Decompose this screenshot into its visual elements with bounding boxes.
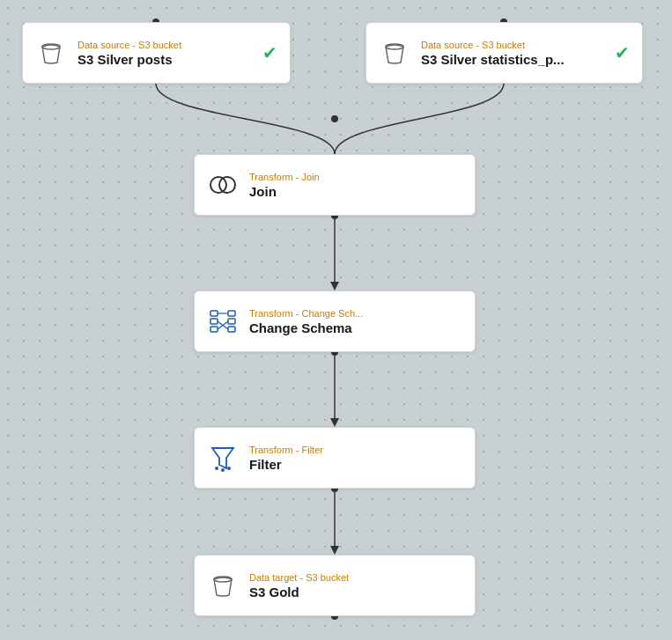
svg-point-29 [227, 467, 231, 470]
source2-node[interactable]: Data source - S3 bucket S3 Silver statis… [366, 22, 643, 84]
join-text: Transform - Join Join [249, 172, 320, 199]
svg-marker-6 [330, 418, 339, 427]
source2-label: Data source - S3 bucket [421, 40, 565, 50]
svg-point-27 [215, 467, 218, 470]
change-schema-title: Change Schema [249, 320, 363, 335]
source2-title: S3 Silver statistics_p... [421, 52, 565, 67]
svg-rect-21 [228, 319, 235, 324]
svg-point-0 [331, 115, 338, 122]
target-text: Data target - S3 bucket S3 Gold [249, 572, 349, 600]
svg-rect-19 [210, 327, 218, 332]
svg-rect-17 [210, 311, 218, 316]
svg-rect-22 [228, 327, 235, 332]
join-title: Join [249, 184, 320, 199]
source2-check: ✔ [615, 42, 630, 63]
change-schema-text: Transform - Change Sch... Change Schema [249, 308, 363, 335]
source1-title: S3 Silver posts [78, 52, 181, 67]
svg-marker-26 [212, 448, 233, 468]
source2-text: Data source - S3 bucket S3 Silver statis… [421, 40, 565, 67]
svg-marker-9 [330, 546, 339, 555]
target-label: Data target - S3 bucket [249, 572, 349, 583]
filter-icon [207, 442, 239, 474]
svg-rect-20 [228, 311, 235, 316]
source1-text: Data source - S3 bucket S3 Silver posts [78, 40, 181, 67]
svg-marker-2 [330, 282, 339, 291]
bucket-icon-2 [379, 37, 410, 69]
join-label: Transform - Join [249, 172, 320, 182]
join-icon [207, 169, 239, 201]
filter-title: Filter [249, 457, 323, 472]
svg-point-28 [221, 468, 225, 472]
target-title: S3 Gold [249, 585, 349, 600]
change-schema-label: Transform - Change Sch... [249, 308, 363, 319]
pipeline-canvas: Data source - S3 bucket S3 Silver posts … [0, 0, 672, 640]
change-schema-node[interactable]: Transform - Change Sch... Change Schema [194, 291, 476, 352]
bucket-icon-1 [35, 37, 67, 69]
source1-label: Data source - S3 bucket [78, 40, 181, 50]
bucket-icon-target [207, 570, 239, 601]
svg-rect-18 [210, 319, 218, 324]
target-node[interactable]: Data target - S3 bucket S3 Gold [194, 555, 476, 616]
filter-node[interactable]: Transform - Filter Filter [194, 427, 476, 489]
join-node[interactable]: Transform - Join Join [194, 154, 476, 216]
source1-node[interactable]: Data source - S3 bucket S3 Silver posts … [22, 22, 291, 84]
source1-check: ✔ [262, 42, 277, 63]
filter-label: Transform - Filter [249, 445, 323, 455]
filter-text: Transform - Filter Filter [249, 445, 323, 472]
schema-icon [207, 305, 239, 337]
